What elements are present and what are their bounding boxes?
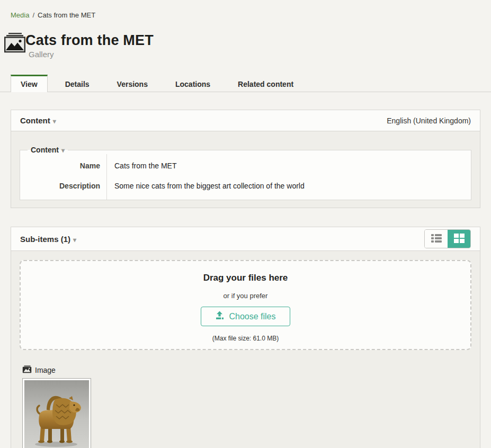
gallery-icon xyxy=(4,33,25,53)
caret-down-icon: ▾ xyxy=(73,236,76,244)
dropzone-subheading: or if you prefer xyxy=(21,292,470,300)
subitem-type-row: Image xyxy=(22,365,471,375)
view-mode-toggle xyxy=(424,229,471,248)
field-value: Some nice cats from the biggest art coll… xyxy=(107,175,471,200)
field-label: Description xyxy=(20,175,107,200)
title-bar: Cats from the MET Gallery xyxy=(4,32,491,59)
breadcrumb-link-media[interactable]: Media xyxy=(11,11,29,19)
lion-sculpture-image xyxy=(24,380,89,448)
tab-versions[interactable]: Versions xyxy=(107,75,158,92)
content-panel: Content▾ English (United Kingdom) Conten… xyxy=(11,110,480,208)
subitems-panel-body: Drag your files here or if you prefer Ch… xyxy=(11,251,480,448)
breadcrumb-current: Cats from the MET xyxy=(38,11,95,19)
field-row-name: Name Cats from the MET xyxy=(20,154,471,175)
tab-related-content[interactable]: Related content xyxy=(228,75,303,92)
field-label: Name xyxy=(20,154,107,175)
caret-down-icon: ▾ xyxy=(61,147,65,154)
grid-view-button[interactable] xyxy=(448,230,470,248)
grid-view-icon xyxy=(453,233,465,245)
choose-files-label: Choose files xyxy=(229,312,275,321)
subitem-thumbnail[interactable] xyxy=(22,378,91,448)
subitems-title-text: Sub-items (1) xyxy=(20,235,70,244)
subitem-type-label: Image xyxy=(35,366,56,374)
subitems-panel-title[interactable]: Sub-items (1)▾ xyxy=(20,235,76,244)
subitems-panel: Sub-items (1)▾ xyxy=(11,227,480,448)
max-file-size-note: (Max file size: 61.0 MB) xyxy=(21,335,470,342)
field-row-description: Description Some nice cats from the bigg… xyxy=(20,175,471,200)
page: Media/Cats from the MET Cats from the ME… xyxy=(0,0,491,448)
tab-details[interactable]: Details xyxy=(55,75,100,92)
file-dropzone[interactable]: Drag your files here or if you prefer Ch… xyxy=(20,260,471,350)
caret-down-icon: ▾ xyxy=(53,118,56,125)
upload-icon xyxy=(215,311,224,322)
subitems-panel-header: Sub-items (1)▾ xyxy=(11,227,480,251)
list-view-button[interactable] xyxy=(425,230,448,248)
content-panel-title-text: Content xyxy=(20,116,50,125)
language-label: English (United Kingdom) xyxy=(387,117,471,125)
content-fieldset-legend[interactable]: Content▾ xyxy=(28,146,68,154)
tab-bar: View Details Versions Locations Related … xyxy=(0,75,491,92)
content-panel-title[interactable]: Content▾ xyxy=(20,116,56,125)
breadcrumb-separator: / xyxy=(32,11,34,19)
list-view-icon xyxy=(431,234,442,245)
choose-files-button[interactable]: Choose files xyxy=(201,307,290,326)
image-icon xyxy=(22,365,32,375)
tab-locations[interactable]: Locations xyxy=(165,75,220,92)
content-panel-header: Content▾ English (United Kingdom) xyxy=(11,110,480,131)
dropzone-heading: Drag your files here xyxy=(21,273,470,283)
content-fieldset-title-text: Content xyxy=(31,146,59,154)
breadcrumb: Media/Cats from the MET xyxy=(0,0,491,19)
content-type-label: Gallery xyxy=(29,50,154,59)
content-panel-body: Content▾ Name Cats from the MET Descript… xyxy=(11,131,480,208)
page-title: Cats from the MET xyxy=(25,32,154,49)
field-value: Cats from the MET xyxy=(107,154,471,175)
tab-view[interactable]: View xyxy=(11,75,48,92)
content-fieldset: Content▾ Name Cats from the MET Descript… xyxy=(20,146,471,200)
